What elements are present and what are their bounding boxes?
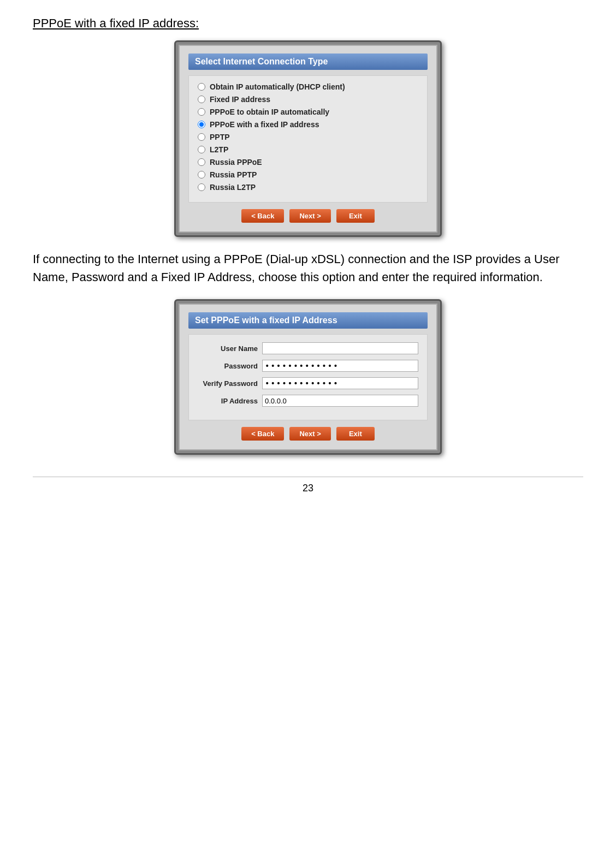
dialog1-buttons-row: < Back Next > Exit	[188, 209, 428, 223]
form-input-user-name[interactable]	[262, 342, 418, 354]
form-row-1: Password	[198, 360, 418, 372]
radio-option-6[interactable]: Russia PPPoE	[198, 158, 418, 167]
radio-input-8[interactable]	[198, 183, 205, 191]
form-label-2: Verify Password	[198, 379, 258, 388]
form-label-1: Password	[198, 362, 258, 370]
router-ui-inner-2: Set PPPoE with a fixed IP Address User N…	[179, 304, 437, 450]
form-input-ip-address[interactable]	[262, 395, 418, 407]
dialog2-next-button[interactable]: Next >	[289, 427, 330, 441]
radio-option-7[interactable]: Russia PPTP	[198, 170, 418, 179]
dialog2-title: Set PPPoE with a fixed IP Address	[188, 312, 428, 329]
options-area: Obtain IP automatically (DHCP client)Fix…	[188, 75, 428, 203]
radio-input-3[interactable]	[198, 121, 205, 128]
dialog1-next-button[interactable]: Next >	[289, 209, 330, 223]
form-area: User NamePasswordVerify PasswordIP Addre…	[188, 334, 428, 420]
radio-input-1[interactable]	[198, 96, 205, 103]
radio-input-2[interactable]	[198, 108, 205, 116]
router-ui-1: Select Internet Connection Type Obtain I…	[174, 40, 442, 237]
radio-label-7: Russia PPTP	[210, 170, 257, 179]
radio-option-0[interactable]: Obtain IP automatically (DHCP client)	[198, 82, 418, 91]
form-label-3: IP Address	[198, 397, 258, 405]
page-title: PPPoE with a fixed IP address:	[33, 16, 583, 31]
radio-label-0: Obtain IP automatically (DHCP client)	[210, 82, 345, 91]
radio-option-3[interactable]: PPPoE with a fixed IP address	[198, 120, 418, 129]
router-ui-2: Set PPPoE with a fixed IP Address User N…	[174, 299, 442, 455]
radio-label-3: PPPoE with a fixed IP address	[210, 120, 319, 129]
router-ui-inner-1: Select Internet Connection Type Obtain I…	[179, 45, 437, 233]
form-label-0: User Name	[198, 344, 258, 353]
dialog2-buttons-row: < Back Next > Exit	[188, 427, 428, 441]
screenshot-1: Select Internet Connection Type Obtain I…	[33, 40, 583, 237]
dialog2-back-button[interactable]: < Back	[241, 427, 284, 441]
radio-option-2[interactable]: PPPoE to obtain IP automatically	[198, 108, 418, 116]
radio-label-5: L2TP	[210, 145, 228, 154]
radio-input-4[interactable]	[198, 133, 205, 141]
dialog2-exit-button[interactable]: Exit	[336, 427, 375, 441]
radio-label-2: PPPoE to obtain IP automatically	[210, 108, 329, 116]
radio-label-4: PPTP	[210, 133, 230, 141]
page-number: 23	[303, 483, 313, 494]
radio-option-1[interactable]: Fixed IP address	[198, 95, 418, 104]
radio-input-7[interactable]	[198, 171, 205, 179]
dialog1-exit-button[interactable]: Exit	[336, 209, 375, 223]
radio-option-5[interactable]: L2TP	[198, 145, 418, 154]
form-input-verify-password[interactable]	[262, 377, 418, 389]
radio-option-4[interactable]: PPTP	[198, 133, 418, 141]
radio-input-5[interactable]	[198, 146, 205, 153]
dialog1-title: Select Internet Connection Type	[188, 54, 428, 70]
radio-input-0[interactable]	[198, 83, 205, 91]
form-input-password[interactable]	[262, 360, 418, 372]
radio-input-6[interactable]	[198, 158, 205, 166]
form-row-0: User Name	[198, 342, 418, 354]
page-footer: 23	[33, 477, 583, 494]
radio-label-1: Fixed IP address	[210, 95, 270, 104]
form-row-2: Verify Password	[198, 377, 418, 389]
screenshot-2: Set PPPoE with a fixed IP Address User N…	[33, 299, 583, 455]
form-row-3: IP Address	[198, 395, 418, 407]
radio-label-8: Russia L2TP	[210, 183, 256, 192]
radio-option-8[interactable]: Russia L2TP	[198, 183, 418, 192]
description-text: If connecting to the Internet using a PP…	[33, 250, 583, 286]
radio-label-6: Russia PPPoE	[210, 158, 262, 167]
dialog1-back-button[interactable]: < Back	[241, 209, 284, 223]
